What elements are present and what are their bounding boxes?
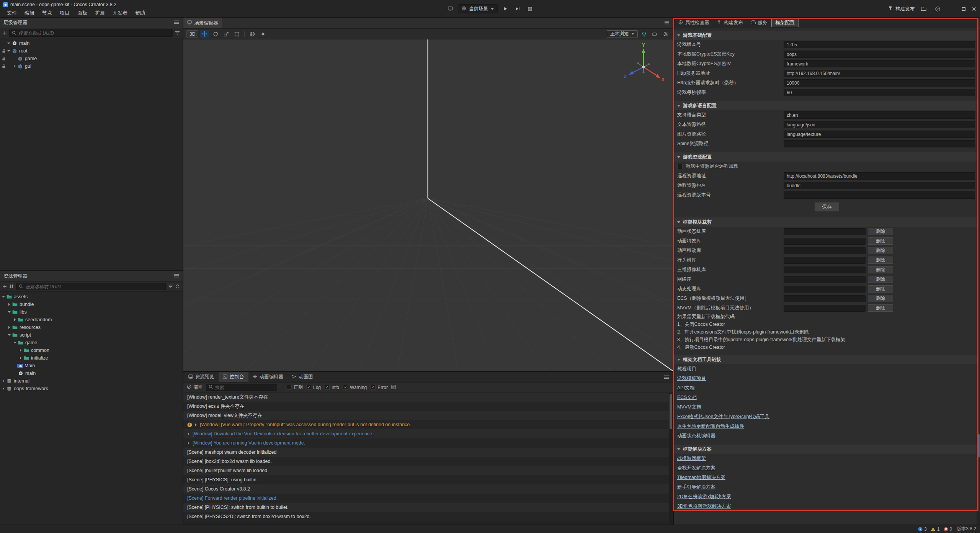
log-row[interactable]: [Window] Download the Vue Devtools exten…	[183, 429, 673, 438]
tree-node[interactable]: common	[0, 347, 183, 354]
module-input[interactable]	[784, 257, 866, 264]
tree-node[interactable]: initialize	[0, 354, 183, 362]
scrollbar-thumb[interactable]	[977, 434, 980, 458]
scene-light-icon[interactable]	[640, 30, 648, 38]
tab-inspector[interactable]: 属性检查器	[675, 18, 713, 28]
property-input[interactable]	[784, 172, 975, 180]
tree-node[interactable]: script	[0, 331, 183, 339]
section-header-solutions[interactable]: 框架解决方案	[674, 445, 980, 454]
delete-button[interactable]: 删除	[868, 276, 893, 283]
inspector-scrollbar[interactable]	[977, 29, 980, 525]
caret-right-icon[interactable]	[7, 303, 11, 306]
doc-link[interactable]: 3D角色扮演游戏解决方案	[677, 502, 731, 511]
caret-right-icon[interactable]	[18, 356, 23, 360]
log-row[interactable]: [Window] [Vue warn]: Property "onInput" …	[183, 420, 673, 429]
delete-button[interactable]: 删除	[868, 257, 893, 264]
filter-icon[interactable]	[168, 283, 173, 290]
status-warn-count[interactable]: 1	[931, 526, 940, 532]
log-row[interactable]: [Scene] [PHYSICS]: using builtin.	[183, 475, 673, 484]
delete-button[interactable]: 删除	[868, 304, 893, 312]
property-input[interactable]	[784, 41, 975, 48]
scale-tool-icon[interactable]	[222, 30, 230, 38]
caret-right-icon[interactable]	[1, 387, 6, 390]
assets-search-input[interactable]	[25, 284, 163, 289]
log-row[interactable]: [Window] render_texture文件夹不存在	[183, 392, 673, 402]
minimize-button[interactable]	[951, 7, 956, 11]
property-input[interactable]	[784, 182, 975, 189]
lock-icon[interactable]	[1, 57, 7, 61]
caret-down-icon[interactable]	[13, 342, 17, 343]
build-publish-button[interactable]: 构建发布	[888, 6, 915, 12]
delete-button[interactable]: 删除	[868, 228, 893, 235]
module-input[interactable]	[784, 305, 866, 312]
property-input[interactable]	[784, 140, 975, 147]
tree-node[interactable]: resources	[0, 324, 183, 331]
lock-icon[interactable]	[1, 64, 7, 69]
module-input[interactable]	[784, 247, 866, 254]
tree-node[interactable]: root	[0, 47, 183, 55]
module-input[interactable]	[784, 295, 866, 302]
menu-item[interactable]: 编辑	[21, 10, 38, 16]
property-input[interactable]	[784, 89, 975, 96]
caret-right-icon[interactable]	[18, 349, 23, 352]
section-header-language[interactable]: 游戏多语言配置	[674, 101, 980, 110]
tree-node[interactable]: bundle	[0, 301, 183, 308]
project-folder-icon[interactable]	[919, 4, 928, 13]
property-input[interactable]	[784, 191, 975, 199]
delete-button[interactable]: 删除	[868, 247, 893, 254]
panel-menu-icon[interactable]	[664, 20, 670, 26]
module-input[interactable]	[784, 228, 866, 235]
doc-link[interactable]: 游戏模板项目	[677, 374, 706, 383]
delete-button[interactable]: 删除	[868, 266, 893, 273]
module-input[interactable]	[784, 276, 866, 283]
tab-asset-preview[interactable]: 资源预览	[184, 372, 219, 382]
section-header-modules[interactable]: 框架模块裁剪	[674, 217, 980, 227]
property-input[interactable]	[784, 51, 975, 58]
log-row[interactable]: [Scene] [box2d]:box2d wasm lib loaded.	[183, 457, 673, 466]
caret-right-icon[interactable]	[13, 318, 17, 321]
panel-menu-icon[interactable]	[174, 273, 179, 279]
doc-link[interactable]: ECS文档	[677, 393, 697, 402]
view-mode-dropdown[interactable]: 正常浏览	[607, 30, 638, 38]
property-input[interactable]	[784, 111, 975, 119]
move-tool-icon[interactable]	[200, 30, 209, 38]
preview-device-icon[interactable]	[446, 4, 455, 13]
caret-down-icon[interactable]	[7, 43, 11, 44]
log-row[interactable]: [Scene] [PHYSICS]: switch from builtin t…	[183, 503, 673, 512]
menu-item[interactable]: 扩展	[91, 10, 109, 16]
rotate-tool-icon[interactable]	[211, 30, 220, 38]
refresh-icon[interactable]	[175, 283, 180, 290]
section-header-resource[interactable]: 游戏资源配置	[674, 152, 980, 162]
doc-link[interactable]: API文档	[677, 383, 694, 393]
log-row[interactable]: [Window] model_view文件夹不存在	[183, 411, 673, 420]
tab-animation-editor[interactable]: 动画编辑器	[248, 372, 288, 382]
menu-item[interactable]: 帮助	[131, 10, 149, 16]
menu-item[interactable]: 文件	[3, 10, 21, 16]
caret-down-icon[interactable]	[1, 296, 6, 298]
doc-link[interactable]: MVVM文档	[677, 402, 701, 412]
section-header-basic[interactable]: 游戏基础配置	[674, 31, 980, 40]
menu-item[interactable]: 节点	[38, 10, 56, 16]
menu-item[interactable]: 项目	[56, 10, 74, 16]
log-row[interactable]: [Window] ecs文件夹不存在	[183, 402, 673, 411]
scrollbar-thumb[interactable]	[670, 394, 672, 429]
maximize-button[interactable]	[962, 7, 966, 11]
tree-node[interactable]: gui	[0, 62, 183, 70]
log-row[interactable]: [Scene] Cocos Creator v3.8.2	[183, 484, 673, 494]
help-icon[interactable]: ?	[933, 4, 942, 13]
filter-error[interactable]: Error	[371, 385, 388, 390]
layout-grid-icon[interactable]	[525, 4, 534, 13]
mode-3d-button[interactable]: 3D	[186, 30, 198, 38]
filter-info[interactable]: Info	[325, 385, 339, 390]
delete-button[interactable]: 删除	[868, 237, 893, 245]
tab-scene-editor[interactable]: 场景编辑器	[183, 18, 222, 28]
filter-icon[interactable]	[175, 30, 180, 37]
doc-link[interactable]: 教程项目	[677, 364, 696, 374]
tree-node[interactable]: TSMain	[0, 362, 183, 370]
delete-button[interactable]: 删除	[868, 285, 893, 293]
orientation-gizmo[interactable]: Y X Z	[621, 43, 666, 88]
clear-console-button[interactable]: 清空	[187, 384, 203, 391]
caret-down-icon[interactable]	[7, 311, 11, 313]
menu-item[interactable]: 开发者	[109, 10, 131, 16]
property-input[interactable]	[784, 60, 975, 67]
